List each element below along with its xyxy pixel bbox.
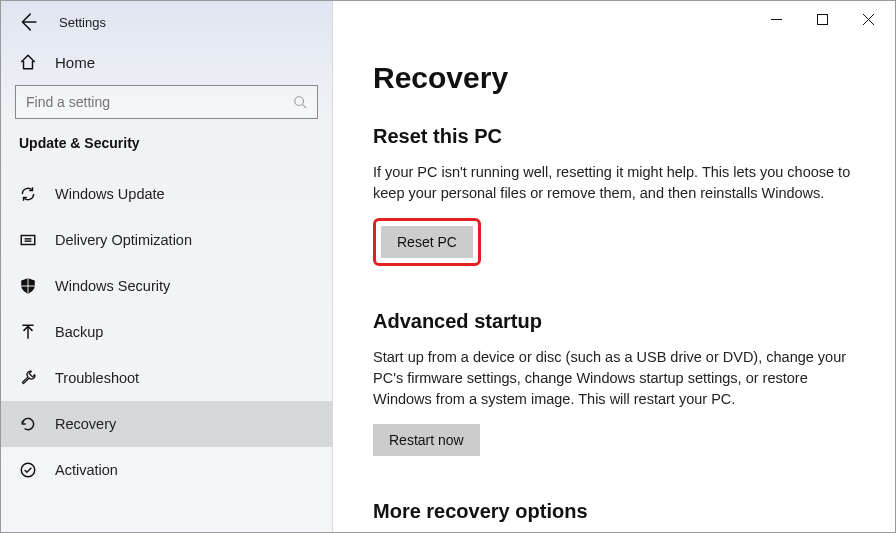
sidebar-item-label: Recovery [55, 416, 116, 432]
wrench-icon [19, 369, 37, 387]
close-button[interactable] [845, 4, 891, 34]
svg-point-0 [295, 97, 304, 106]
backup-icon [19, 323, 37, 341]
sidebar: Settings Home Update & Security Windows … [1, 1, 333, 532]
advanced-text: Start up from a device or disc (such as … [373, 347, 853, 410]
minimize-button[interactable] [753, 4, 799, 34]
more-options-title: More recovery options [373, 500, 855, 523]
sidebar-item-label: Windows Update [55, 186, 165, 202]
back-icon[interactable] [19, 13, 37, 31]
sidebar-item-label: Troubleshoot [55, 370, 139, 386]
sync-icon [19, 185, 37, 203]
advanced-section: Advanced startup Start up from a device … [373, 310, 855, 456]
sidebar-item-label: Activation [55, 462, 118, 478]
title-bar [333, 1, 895, 37]
main-panel: Recovery Reset this PC If your PC isn't … [333, 1, 895, 532]
recovery-icon [19, 415, 37, 433]
sidebar-item-label: Windows Security [55, 278, 170, 294]
search-box[interactable] [15, 85, 318, 119]
svg-line-1 [303, 105, 307, 109]
svg-rect-2 [21, 236, 35, 245]
check-circle-icon [19, 461, 37, 479]
sidebar-item-windows-update[interactable]: Windows Update [1, 171, 332, 217]
sidebar-item-label: Backup [55, 324, 103, 340]
search-icon [293, 95, 307, 109]
sidebar-item-troubleshoot[interactable]: Troubleshoot [1, 355, 332, 401]
sidebar-item-backup[interactable]: Backup [1, 309, 332, 355]
svg-rect-9 [817, 14, 827, 24]
sidebar-item-recovery[interactable]: Recovery [1, 401, 332, 447]
window-title: Settings [59, 15, 106, 30]
nav-list: Windows Update Delivery Optimization Win… [1, 171, 332, 532]
highlight-box: Reset PC [373, 218, 481, 266]
page-title: Recovery [373, 61, 855, 95]
sidebar-item-windows-security[interactable]: Windows Security [1, 263, 332, 309]
home-link[interactable]: Home [1, 41, 332, 85]
restart-now-button[interactable]: Restart now [373, 424, 480, 456]
reset-title: Reset this PC [373, 125, 855, 148]
search-input[interactable] [26, 94, 293, 110]
home-label: Home [55, 54, 95, 71]
maximize-button[interactable] [799, 4, 845, 34]
home-icon [19, 53, 37, 71]
reset-section: Reset this PC If your PC isn't running w… [373, 125, 855, 266]
reset-text: If your PC isn't running well, resetting… [373, 162, 853, 204]
reset-pc-button[interactable]: Reset PC [381, 226, 473, 258]
sidebar-item-label: Delivery Optimization [55, 232, 192, 248]
delivery-icon [19, 231, 37, 249]
category-header: Update & Security [1, 135, 332, 171]
svg-point-7 [21, 463, 35, 477]
sidebar-item-activation[interactable]: Activation [1, 447, 332, 493]
advanced-title: Advanced startup [373, 310, 855, 333]
shield-icon [19, 277, 37, 295]
sidebar-item-delivery-optimization[interactable]: Delivery Optimization [1, 217, 332, 263]
